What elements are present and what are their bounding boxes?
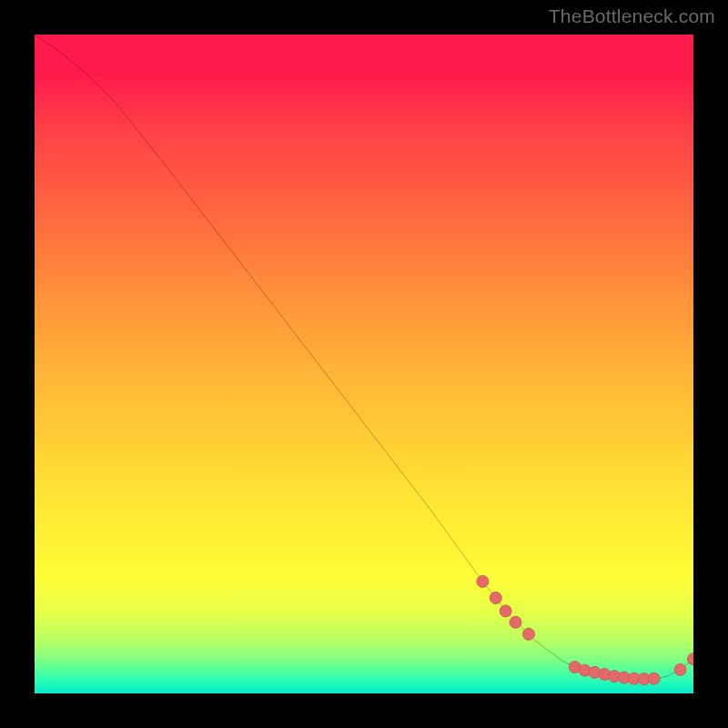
watermark-text: TheBottleneck.com — [549, 5, 715, 27]
heat-gradient-bg — [35, 35, 693, 693]
plot-area — [35, 35, 693, 693]
chart-frame: TheBottleneck.com — [0, 0, 728, 728]
